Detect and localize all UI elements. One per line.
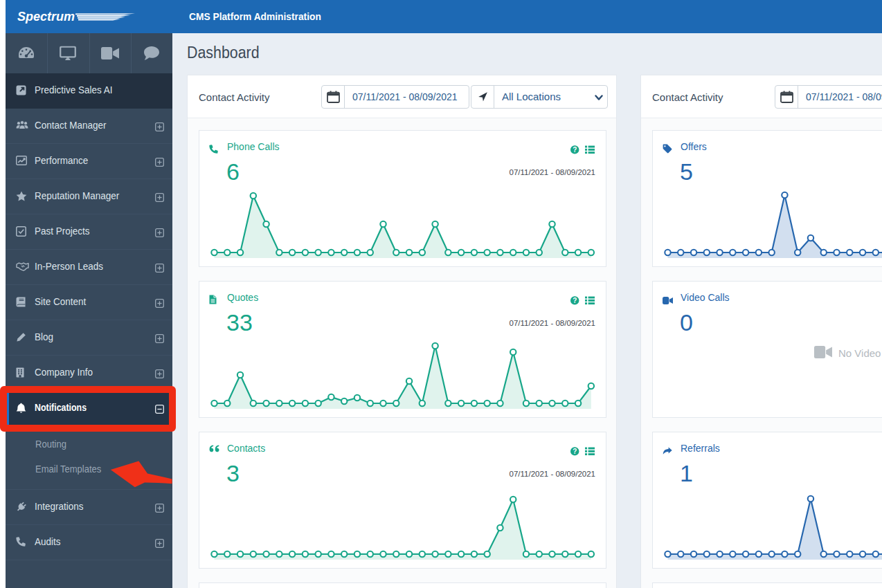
svg-text:?: ?	[573, 447, 577, 454]
svg-text:?: ?	[573, 145, 577, 153]
svg-text:Spectrum: Spectrum	[17, 10, 75, 24]
svg-text:?: ?	[573, 296, 577, 304]
